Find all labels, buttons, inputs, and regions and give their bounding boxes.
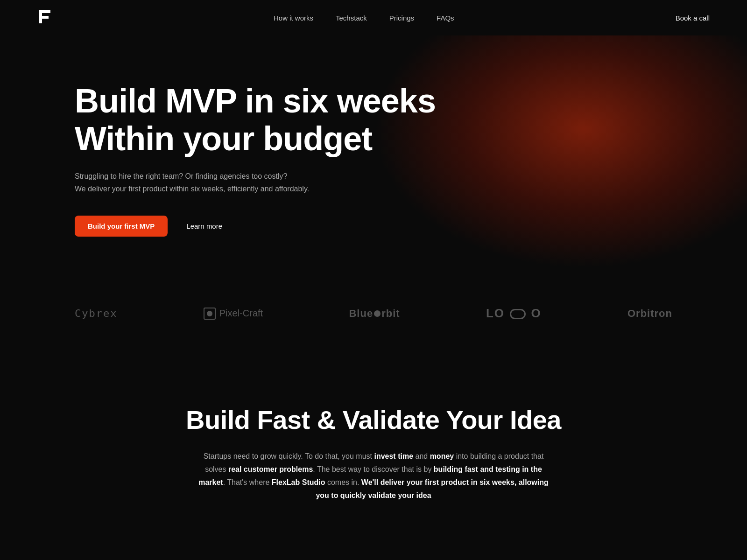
hero-section: Build MVP in six weeks Within your budge…: [0, 35, 747, 278]
validate-text-mid4: comes in.: [325, 478, 361, 486]
hero-subtitle-line1: Struggling to hire the right team? Or fi…: [75, 172, 287, 180]
validate-text-intro: Startups need to grow quickly. To do tha…: [204, 452, 374, 460]
validate-text-mid2: . The best way to discover that is by: [313, 465, 434, 473]
logo-cybrex: Cybrex: [75, 308, 117, 319]
header: How it works Techstack Pricings FAQs Boo…: [0, 0, 747, 35]
pixelcraft-icon: [204, 308, 216, 320]
looo-oval: [510, 309, 526, 319]
logos-section: Cybrex Pixel-Craft Blue rbit LO O Orbitr…: [0, 278, 747, 358]
logo-blueorbit: Blue rbit: [349, 308, 400, 320]
validate-text-flexlab: FlexLab Studio: [272, 478, 325, 486]
validate-description: Startups need to grow quickly. To do tha…: [196, 450, 551, 502]
hero-title-line2: Within your budget: [75, 120, 372, 157]
logo-pixelcraft: Pixel-Craft: [204, 308, 263, 320]
learn-more-button[interactable]: Learn more: [179, 216, 230, 237]
hero-content: Build MVP in six weeks Within your budge…: [75, 82, 495, 237]
validate-text-invest: invest time: [374, 452, 413, 460]
hero-title: Build MVP in six weeks Within your budge…: [75, 82, 495, 157]
logo[interactable]: [37, 8, 52, 27]
validate-text-mid3: . That's where: [223, 478, 272, 486]
nav-techstack[interactable]: Techstack: [336, 14, 367, 22]
nav-pricings[interactable]: Pricings: [389, 14, 414, 22]
logo-looo: LO O: [486, 306, 542, 321]
main-nav: How it works Techstack Pricings FAQs: [274, 14, 454, 22]
book-call-button[interactable]: Book a call: [676, 14, 710, 22]
validate-text-money: money: [430, 452, 454, 460]
validate-text-problems: real customer problems: [228, 465, 313, 473]
nav-how-it-works[interactable]: How it works: [274, 14, 313, 22]
hero-buttons: Build your first MVP Learn more: [75, 216, 495, 237]
validate-title: Build Fast & Validate Your Idea: [75, 405, 672, 435]
hero-title-line1: Build MVP in six weeks: [75, 82, 436, 119]
build-mvp-button[interactable]: Build your first MVP: [75, 216, 168, 237]
nav-faqs[interactable]: FAQs: [437, 14, 454, 22]
logo-orbitron: Orbitron: [627, 308, 672, 320]
validate-section: Build Fast & Validate Your Idea Startups…: [0, 358, 747, 530]
hero-subtitle-line2: We deliver your first product within six…: [75, 185, 309, 193]
pixelcraft-inner: [207, 311, 212, 316]
hero-subtitle: Struggling to hire the right team? Or fi…: [75, 170, 364, 195]
validate-text-and: and: [413, 452, 430, 460]
blueorbit-dot: [374, 310, 381, 317]
